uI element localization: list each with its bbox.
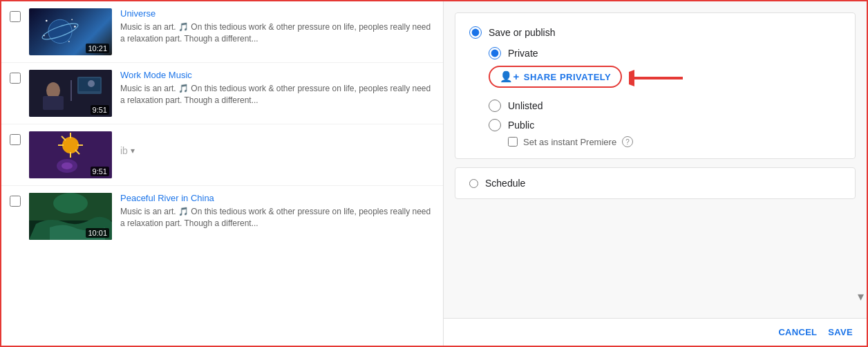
schedule-radio[interactable] (469, 179, 478, 188)
add-person-icon: 👤+ (500, 71, 520, 83)
video-description: Music is an art. 🎵 On this tedious work … (120, 206, 435, 229)
visibility-options: Private 👤+ SHARE PRIVATELY (489, 45, 841, 147)
list-item: 9:51 ib ▾ (1, 124, 443, 186)
svg-rect-13 (70, 80, 72, 101)
svg-point-14 (88, 80, 95, 87)
brand-icon: ib (120, 145, 128, 156)
video-title[interactable]: Universe (120, 8, 435, 19)
unlisted-option[interactable]: Unlisted (489, 97, 841, 114)
svg-point-7 (68, 41, 70, 42)
share-privately-label: SHARE PRIVATELY (524, 72, 611, 82)
private-label: Private (508, 48, 538, 59)
schedule-card: Schedule (455, 167, 856, 199)
video-info: Universe Music is an art. 🎵 On this tedi… (120, 8, 435, 45)
video-description: Music is an art. 🎵 On this tedious work … (120, 21, 435, 45)
svg-point-4 (71, 19, 73, 20)
share-privately-button[interactable]: 👤+ SHARE PRIVATELY (489, 66, 622, 88)
more-options-button[interactable]: ib ▾ (120, 131, 435, 156)
save-publish-radio[interactable] (469, 26, 482, 39)
schedule-label: Schedule (485, 178, 525, 189)
video-duration: 9:51 (91, 167, 109, 176)
video-duration: 10:01 (86, 228, 109, 238)
save-publish-label: Save or publish (489, 27, 556, 38)
public-radio[interactable] (489, 119, 501, 131)
video-title[interactable]: Work Mode Music (120, 70, 435, 80)
video-duration: 10:21 (86, 44, 109, 53)
chevron-down-icon: ▾ (131, 146, 135, 156)
premiere-label: Set as instant Premiere (523, 137, 616, 147)
publish-panel: Save or publish Private 👤+ SHARE PRIVATE… (444, 1, 867, 346)
video-thumbnail: 9:51 (29, 70, 112, 117)
video-list: 10:21 Universe Music is an art. 🎵 On thi… (1, 1, 444, 346)
video-thumbnail: 10:21 (29, 8, 112, 55)
video-duration: 9:51 (91, 105, 109, 115)
unlisted-label: Unlisted (508, 100, 543, 111)
video-checkbox[interactable] (10, 73, 21, 84)
action-bar: CANCEL SAVE (444, 318, 867, 346)
svg-point-5 (74, 26, 76, 28)
save-publish-card: Save or publish Private 👤+ SHARE PRIVATE… (455, 12, 856, 159)
public-option[interactable]: Public (489, 117, 841, 133)
arrow-indicator (629, 68, 684, 88)
video-thumbnail: 10:01 (29, 193, 112, 240)
scroll-down-icon: ▾ (858, 289, 864, 304)
help-icon[interactable]: ? (622, 136, 633, 147)
video-info: Peaceful River in China Music is an art.… (120, 193, 435, 229)
video-info: Work Mode Music Music is an art. 🎵 On th… (120, 70, 435, 106)
public-label: Public (508, 120, 534, 131)
save-or-publish-option[interactable]: Save or publish (469, 24, 841, 41)
video-description: Music is an art. 🎵 On this tedious work … (120, 83, 435, 106)
video-checkbox[interactable] (10, 134, 21, 145)
list-item: 10:01 Peaceful River in China Music is a… (1, 186, 443, 247)
private-option[interactable]: Private (489, 45, 841, 62)
cancel-button[interactable]: CANCEL (778, 327, 817, 337)
unlisted-radio[interactable] (489, 100, 501, 112)
svg-point-6 (44, 35, 45, 37)
premiere-row: Set as instant Premiere ? (508, 136, 841, 147)
list-item: 9:51 Work Mode Music Music is an art. 🎵 … (1, 63, 443, 124)
svg-point-3 (46, 20, 48, 22)
svg-rect-12 (43, 96, 64, 110)
video-thumbnail: 9:51 (29, 131, 112, 178)
save-button[interactable]: SAVE (828, 327, 853, 337)
video-title[interactable]: Peaceful River in China (120, 193, 435, 203)
video-checkbox[interactable] (10, 196, 21, 207)
list-item: 10:21 Universe Music is an art. 🎵 On thi… (1, 1, 443, 63)
video-checkbox[interactable] (10, 11, 21, 22)
svg-point-27 (53, 193, 88, 214)
video-info: ib ▾ (120, 131, 435, 156)
svg-point-24 (62, 162, 73, 169)
private-radio[interactable] (489, 47, 501, 59)
premiere-checkbox[interactable] (508, 137, 518, 147)
